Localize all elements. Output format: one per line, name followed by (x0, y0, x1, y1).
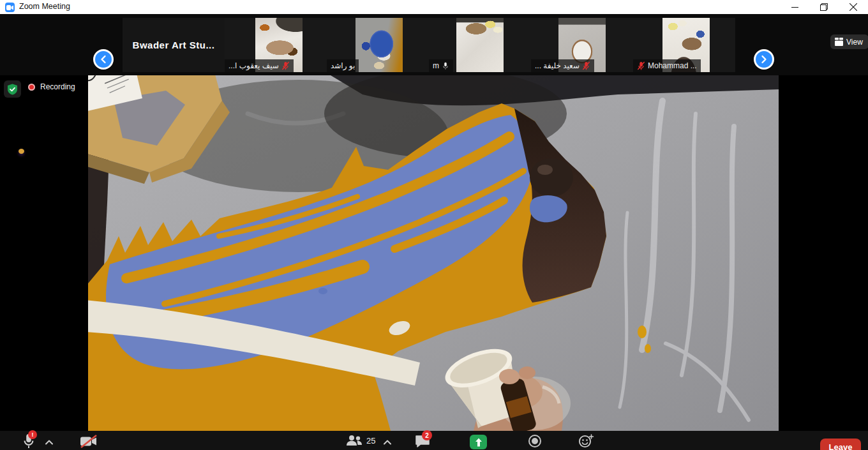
mic-muted-icon (637, 61, 645, 70)
previous-participants-button[interactable] (93, 49, 114, 70)
window-titlebar: Zoom Meeting (0, 0, 868, 14)
chevron-left-icon (100, 55, 107, 64)
chat-unread-badge: 2 (422, 430, 432, 440)
participant-tile[interactable]: ...سيف يعقوب ا (225, 18, 327, 72)
share-arrow-icon (475, 438, 483, 447)
participant-name: ... سعيد خليفة (535, 61, 580, 70)
mic-muted-icon (582, 61, 590, 70)
meeting-toolbar: ! 25 2 (0, 431, 868, 450)
zoom-meeting-window: Zoom Meeting Bwader Art Stu... ...سيف يع… (0, 0, 868, 450)
mic-alert-badge: ! (28, 430, 37, 439)
participant-video (355, 18, 403, 72)
participants-button[interactable]: 25 (346, 435, 375, 447)
start-video-button[interactable] (79, 435, 98, 450)
minimize-icon (791, 4, 798, 11)
chat-button[interactable]: 2 (415, 435, 430, 449)
participants-count: 25 (366, 436, 375, 446)
window-title: Zoom Meeting (19, 2, 70, 11)
chevron-up-icon (45, 440, 54, 445)
share-screen-button[interactable] (470, 435, 487, 449)
participant-name: m (433, 61, 439, 70)
close-icon (849, 3, 857, 11)
close-button[interactable] (839, 0, 868, 14)
smiley-plus-icon (578, 434, 594, 448)
view-button[interactable]: View (830, 34, 868, 49)
participant-tile[interactable]: بو راشد (327, 18, 429, 72)
leave-button[interactable]: Leave (820, 439, 861, 450)
restore-icon (820, 3, 828, 11)
reactions-button[interactable] (578, 434, 594, 450)
mute-button[interactable]: ! (22, 433, 36, 450)
participant-name: Bwader Art Stu... (133, 40, 215, 50)
participants-icon (346, 435, 363, 447)
participant-name: Mohammad ... (648, 61, 697, 70)
audio-options-chevron[interactable] (45, 437, 54, 447)
view-button-label: View (846, 38, 863, 47)
main-stage: Recording (0, 75, 868, 431)
camera-off-icon (79, 435, 98, 448)
active-speaker-video (88, 75, 779, 431)
zoom-app-icon (5, 3, 15, 12)
restore-button[interactable] (809, 0, 839, 14)
participant-tile[interactable]: m (429, 18, 531, 72)
mic-muted-icon (281, 61, 290, 70)
participants-options-chevron[interactable] (383, 437, 392, 447)
participant-tile[interactable]: ... سعيد خليفة (531, 18, 633, 72)
chevron-up-icon (383, 440, 392, 445)
grid-view-icon (835, 38, 843, 46)
minimize-button[interactable] (780, 0, 809, 14)
recording-dot-icon (28, 84, 35, 91)
security-chip[interactable] (4, 80, 21, 98)
paint-speck (19, 149, 24, 154)
participants-filmstrip: Bwader Art Stu... ...سيف يعقوب ا بو راشد… (0, 14, 868, 75)
participant-tile[interactable]: Mohammad ... (633, 18, 735, 72)
recording-indicator: Recording (28, 82, 75, 91)
participant-name: بو راشد (331, 61, 355, 70)
recording-label: Recording (40, 82, 75, 91)
mic-active-icon (442, 61, 449, 70)
participant-tile[interactable]: Bwader Art Stu... (123, 18, 225, 72)
record-icon (528, 434, 542, 448)
participant-video (456, 18, 504, 72)
next-participants-button[interactable] (754, 49, 774, 70)
chevron-right-icon (760, 55, 768, 64)
record-button[interactable] (528, 434, 542, 450)
shield-check-icon (7, 84, 18, 95)
participant-name: ...سيف يعقوب ا (228, 61, 279, 70)
